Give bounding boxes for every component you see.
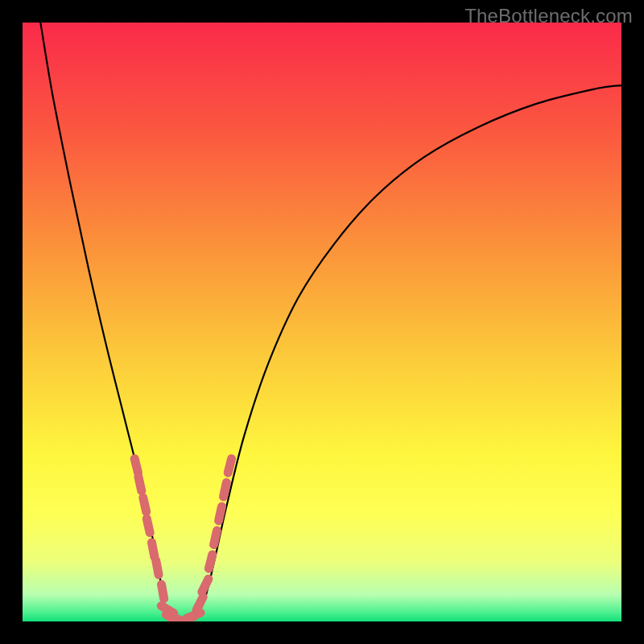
sample-beads — [134, 459, 231, 621]
bead — [202, 579, 208, 592]
bead — [138, 477, 142, 491]
bottleneck-curve — [40, 23, 621, 621]
bead — [224, 483, 227, 497]
plot-area — [23, 23, 621, 621]
bead — [208, 555, 212, 568]
watermark-text: TheBottleneck.com — [464, 5, 633, 27]
bead — [228, 459, 231, 473]
bead — [143, 497, 147, 512]
bead — [162, 584, 164, 599]
bead — [134, 459, 138, 473]
bead — [152, 543, 155, 557]
chart-frame: TheBottleneck.com — [0, 0, 644, 644]
bead — [196, 597, 203, 610]
bead — [214, 530, 217, 545]
bead — [219, 506, 222, 521]
bead — [156, 560, 159, 575]
curve-layer — [23, 23, 621, 621]
bead — [147, 518, 150, 533]
